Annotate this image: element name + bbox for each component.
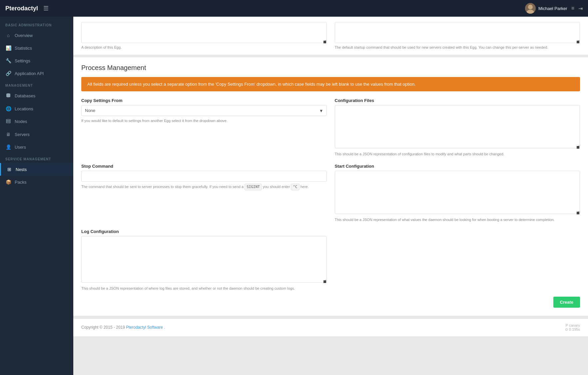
sidebar-item-settings[interactable]: 🔧 Settings [0,54,73,67]
startup-col: The default startup command that should … [335,22,580,49]
sidebar-item-application-api[interactable]: 🔗 Application API [0,67,73,80]
sidebar-item-statistics[interactable]: 📊 Statistics [0,42,73,54]
log-config-textarea[interactable] [81,236,327,283]
statistics-icon: 📊 [5,45,11,51]
log-config-hint: This should be a JSON representation of … [81,286,327,291]
sidebar-label-nests: Nests [16,167,27,172]
avatar [525,3,536,14]
locations-icon: 🌐 [5,106,11,111]
start-config-label: Start Configuration [335,164,580,169]
sidebar-label-settings: Settings [15,58,30,63]
ctrl-c-badge: ^C [291,184,299,191]
user-menu[interactable]: Michael Parker [525,3,567,14]
sidebar-item-databases[interactable]: Databases [0,89,73,102]
sidebar-label-nodes: Nodes [15,119,27,124]
config-files-textarea-wrapper [335,105,580,149]
actions-row: Create [81,297,580,308]
start-config-group: Start Configuration This should be a JSO… [335,164,580,223]
footer-copyright: Copyright © 2015 - 2019 Pterodactyl Soft… [81,325,165,330]
start-config-textarea[interactable] [335,171,580,214]
svg-point-1 [528,5,533,9]
form-grid: Copy Settings From None ▼ If you would l… [81,98,580,291]
copy-settings-select[interactable]: None [81,105,327,116]
servers-icon: 🖥 [5,132,11,137]
list-icon[interactable]: ≡ [571,5,574,11]
copy-settings-group: Copy Settings From None ▼ If you would l… [81,98,327,157]
app-body: BASIC ADMINISTRATION ⌂ Overview 📊 Statis… [0,17,588,375]
stop-command-label: Stop Command [81,164,327,169]
start-config-hint: This should be a JSON representation of … [335,217,580,223]
config-files-textarea[interactable] [335,105,580,148]
log-config-textarea-wrapper [81,236,327,284]
footer-company-link[interactable]: Pterodactyl Software [126,325,163,330]
users-icon: 👤 [5,144,11,150]
create-button[interactable]: Create [553,297,580,308]
startup-textarea[interactable] [335,22,580,43]
sidebar-label-servers: Servers [15,132,30,137]
navbar: Pterodactyl ☰ Michael Parker ≡ ⇥ [0,0,588,17]
log-config-group: Log Configuration This should be a JSON … [81,229,327,291]
username: Michael Parker [538,6,567,11]
api-icon: 🔗 [5,71,11,76]
svg-rect-5 [6,121,10,122]
start-config-textarea-wrapper [335,171,580,215]
description-textarea[interactable] [81,22,327,43]
sidebar-label-users: Users [15,145,26,150]
sidebar-item-overview[interactable]: ⌂ Overview [0,29,73,42]
section-management-label: MANAGEMENT [0,80,73,89]
config-files-hint: This should be a JSON representation of … [335,151,580,157]
sidebar-item-users[interactable]: 👤 Users [0,141,73,153]
copy-settings-label: Copy Settings From [81,98,327,103]
sidebar-item-packs[interactable]: 📦 Packs [0,176,73,188]
description-field-wrapper [81,22,327,44]
section-service-label: SERVICE MANAGEMENT [0,153,73,163]
sidebar-label-locations: Locations [15,106,33,111]
copy-settings-select-wrapper: None ▼ [81,105,327,116]
sidebar-item-servers[interactable]: 🖥 Servers [0,128,73,141]
footer-version: P canary ⊙ 0.195s [565,323,580,332]
process-management-title: Process Management [81,64,580,72]
sidebar-label-packs: Packs [15,180,26,185]
top-card-row: A description of this Egg. The default s… [81,22,580,49]
startup-field-wrapper [335,22,580,44]
nests-icon: ⊞ [6,167,12,172]
warning-alert: All fields are required unless you selec… [81,77,580,91]
process-management-card: Process Management All fields are requir… [73,57,588,316]
sidebar-item-locations[interactable]: 🌐 Locations [0,102,73,115]
nodes-icon [5,119,11,124]
footer: Copyright © 2015 - 2019 Pterodactyl Soft… [73,318,588,336]
settings-icon: 🔧 [5,58,11,63]
sigint-badge: SIGINT [245,184,262,191]
logout-icon[interactable]: ⇥ [578,5,583,12]
config-files-label: Configuration Files [335,98,580,103]
sidebar-label-api: Application API [15,71,44,76]
stop-command-group: Stop Command The command that should be … [81,164,327,223]
sidebar: BASIC ADMINISTRATION ⌂ Overview 📊 Statis… [0,17,73,375]
stop-command-input[interactable] [81,171,327,182]
sidebar-item-nests[interactable]: ⊞ Nests [0,163,73,176]
app-brand: Pterodactyl [5,5,38,12]
sidebar-label-overview: Overview [15,33,33,38]
copy-settings-hint: If you would like to default to settings… [81,118,327,124]
sidebar-item-nodes[interactable]: Nodes [0,115,73,128]
packs-icon: 📦 [5,179,11,185]
navbar-right: Michael Parker ≡ ⇥ [525,3,583,14]
svg-rect-6 [6,122,10,123]
description-hint: A description of this Egg. [81,45,327,49]
navbar-left: Pterodactyl ☰ [5,5,49,12]
sidebar-label-databases: Databases [15,93,35,98]
section-basic-label: BASIC ADMINISTRATION [0,19,73,29]
startup-hint: The default startup command that should … [335,45,580,49]
main-content: A description of this Egg. The default s… [73,17,588,375]
svg-rect-4 [6,119,10,120]
log-config-label: Log Configuration [81,229,327,234]
databases-icon [5,93,11,99]
hamburger-icon[interactable]: ☰ [43,5,49,12]
description-col: A description of this Egg. [81,22,327,49]
sidebar-label-statistics: Statistics [15,46,32,51]
config-files-group: Configuration Files This should be a JSO… [335,98,580,157]
top-card: A description of this Egg. The default s… [73,17,588,55]
stop-command-hint: The command that should be sent to serve… [81,184,327,191]
overview-icon: ⌂ [5,33,11,38]
